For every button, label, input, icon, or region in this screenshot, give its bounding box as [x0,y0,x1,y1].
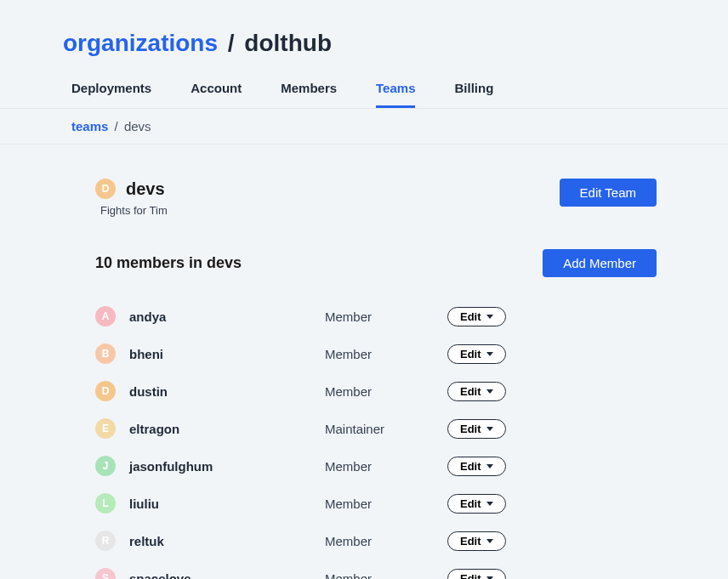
tab-billing[interactable]: Billing [454,81,493,108]
member-name[interactable]: jasonfulghum [129,459,213,474]
member-name[interactable]: eltragon [129,422,179,436]
tab-account[interactable]: Account [191,81,242,108]
edit-member-button[interactable]: Edit [447,307,506,326]
member-row: DdustinMemberEdit [95,372,657,410]
member-role: Member [325,347,447,361]
edit-member-button[interactable]: Edit [447,457,506,476]
team-avatar: D [95,179,116,199]
add-member-button[interactable]: Add Member [543,249,657,277]
breadcrumb-teams-link[interactable]: teams [71,119,108,133]
member-row: EeltragonMaintainerEdit [95,410,657,447]
member-row: JjasonfulghumMemberEdit [95,447,657,485]
edit-team-button[interactable]: Edit Team [560,179,657,207]
chevron-down-icon [486,389,493,394]
tab-teams[interactable]: Teams [376,81,415,108]
title-separator: / [228,30,235,56]
members-count: 10 members in devs [95,254,242,272]
member-name[interactable]: liuliu [129,497,159,511]
member-avatar: R [95,531,116,551]
member-row: AandyaMemberEdit [95,298,657,335]
breadcrumb: teams / devs [0,109,728,145]
member-avatar: A [95,306,116,326]
edit-label: Edit [460,460,481,473]
tab-members[interactable]: Members [281,81,337,108]
tab-deployments[interactable]: Deployments [71,81,151,108]
chevron-down-icon [486,427,493,431]
team-subtitle: Fights for Tim [100,204,168,217]
edit-member-button[interactable]: Edit [447,344,506,364]
chevron-down-icon [486,352,493,356]
member-role: Maintainer [325,422,447,436]
edit-member-button[interactable]: Edit [447,531,506,551]
edit-member-button[interactable]: Edit [447,569,506,580]
page-title: organizations / dolthub [63,30,728,57]
edit-label: Edit [460,385,481,398]
edit-label: Edit [460,310,481,323]
member-row: SspaceloveMemberEdit [95,559,657,579]
members-list: AandyaMemberEditBbheniMemberEditDdustinM… [95,298,657,579]
member-avatar: B [95,343,116,364]
member-role: Member [325,534,447,548]
edit-label: Edit [460,348,481,360]
edit-member-button[interactable]: Edit [447,494,506,514]
member-name[interactable]: bheni [129,347,163,361]
breadcrumb-current: devs [124,119,151,133]
chevron-down-icon [486,539,493,543]
org-name: dolthub [244,30,332,56]
member-row: BbheniMemberEdit [95,335,657,372]
organizations-link[interactable]: organizations [63,30,218,56]
member-row: RreltukMemberEdit [95,522,657,559]
member-role: Member [325,384,447,399]
chevron-down-icon [486,576,493,580]
chevron-down-icon [486,464,493,468]
edit-label: Edit [460,423,481,435]
edit-member-button[interactable]: Edit [447,382,506,401]
member-avatar: D [95,381,116,401]
member-name[interactable]: spacelove [129,571,191,580]
member-name[interactable]: dustin [129,384,168,399]
tabs-nav: DeploymentsAccountMembersTeamsBilling [63,81,728,108]
edit-label: Edit [460,535,481,548]
member-row: LliuliuMemberEdit [95,485,657,522]
member-avatar: L [95,493,116,514]
member-avatar: S [95,568,116,579]
member-name[interactable]: reltuk [129,534,164,548]
member-role: Member [325,571,447,580]
edit-member-button[interactable]: Edit [447,419,506,439]
member-avatar: E [95,418,116,439]
chevron-down-icon [486,315,493,319]
team-name: devs [126,179,165,199]
edit-label: Edit [460,497,481,510]
member-role: Member [325,309,447,324]
member-name[interactable]: andya [129,309,166,324]
member-avatar: J [95,456,116,476]
chevron-down-icon [486,502,493,506]
breadcrumb-separator: / [115,119,118,133]
member-role: Member [325,497,447,511]
member-role: Member [325,459,447,474]
edit-label: Edit [460,572,481,580]
